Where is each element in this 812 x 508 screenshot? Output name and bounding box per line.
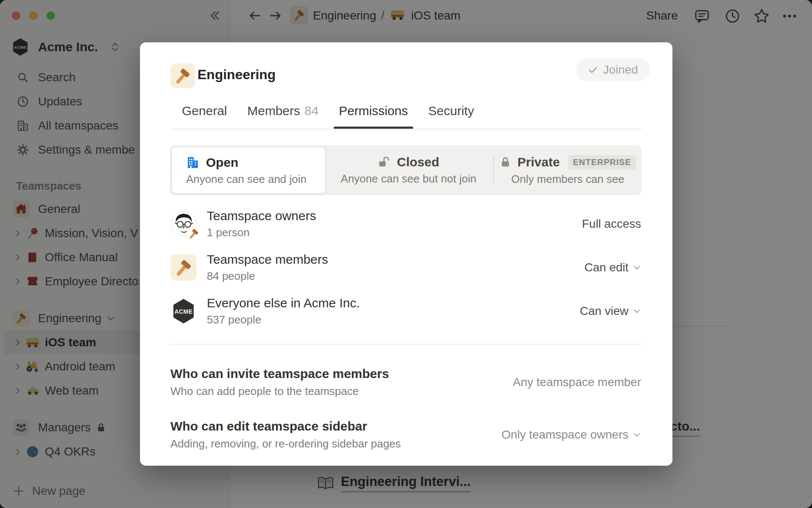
- access-option-private[interactable]: Private ENTERPRISE Only members can see: [494, 145, 642, 195]
- enterprise-badge: ENTERPRISE: [568, 155, 636, 170]
- row-subtitle: 84 people: [207, 270, 328, 283]
- owner-avatar: [170, 211, 197, 237]
- setting-title: Who can edit teamspace sidebar: [170, 419, 401, 433]
- chevron-down-icon: [633, 263, 641, 272]
- access-label: Full access: [582, 217, 641, 231]
- row-title: Teamspace owners: [207, 209, 316, 223]
- hammer-icon: [174, 67, 191, 84]
- access-label: Can view: [580, 304, 628, 318]
- lock-icon: [499, 156, 511, 168]
- row-everyone-else: ACME Everyone else in Acme Inc. 537 peop…: [170, 289, 641, 333]
- acme-avatar: ACME: [170, 298, 197, 324]
- setting-invite-members: Who can invite teamspace members Who can…: [170, 367, 641, 398]
- setting-subtitle: Who can add people to the teamspace: [170, 385, 389, 398]
- members-access-dropdown[interactable]: Can edit: [584, 261, 641, 274]
- tabs-divider: [170, 129, 642, 130]
- check-icon: [588, 65, 598, 75]
- tab-label: General: [182, 104, 227, 118]
- chevron-down-icon: [633, 307, 641, 315]
- edit-sidebar-dropdown[interactable]: Only teamspace owners: [502, 428, 641, 442]
- hammer-icon: [188, 228, 199, 239]
- teamspace-settings-list: Who can invite teamspace members Who can…: [170, 367, 641, 472]
- row-subtitle: 537 people: [207, 313, 360, 326]
- joined-label: Joined: [603, 63, 638, 77]
- setting-subtitle: Adding, removing, or re-ordering sidebar…: [170, 437, 401, 450]
- tab-label: Permissions: [339, 104, 408, 118]
- tab-members[interactable]: Members84: [247, 104, 318, 129]
- notion-window: ACME Acme Inc. Search Updates All teamsp…: [0, 0, 812, 508]
- section-divider: [170, 344, 642, 345]
- tab-security[interactable]: Security: [428, 104, 474, 129]
- access-closed-subtitle: Anyone can see but not join: [341, 172, 477, 185]
- row-title: Teamspace members: [207, 252, 328, 267]
- setting-value-label: Any teamspace member: [513, 375, 641, 389]
- hammer-icon: [175, 259, 192, 276]
- setting-title: Who can invite teamspace members: [170, 367, 389, 381]
- joined-button[interactable]: Joined: [576, 58, 650, 81]
- members-avatar: [170, 254, 197, 281]
- access-closed-title: Closed: [397, 155, 439, 169]
- building-blue-icon: [186, 156, 200, 169]
- access-open-subtitle: Anyone can see and join: [186, 173, 325, 186]
- access-private-subtitle: Only members can see: [511, 173, 624, 186]
- modal-title: Engineering: [198, 67, 276, 83]
- row-teamspace-owners: Teamspace owners 1 person Full access: [170, 202, 641, 246]
- teamspace-settings-modal: Engineering Joined General Members84 Per…: [140, 42, 672, 466]
- tab-label: Security: [428, 104, 474, 118]
- permission-rows: Teamspace owners 1 person Full access Te…: [170, 202, 641, 333]
- access-option-open[interactable]: Open Anyone can see and join: [172, 147, 325, 193]
- setting-value-label: Only teamspace owners: [502, 428, 628, 442]
- access-option-closed[interactable]: Closed Anyone can see but not join: [325, 145, 492, 195]
- chevron-down-icon: [633, 431, 641, 439]
- modal-tabs: General Members84 Permissions Security: [182, 104, 474, 129]
- tab-permissions[interactable]: Permissions: [339, 104, 408, 129]
- teamspace-icon-tile: [170, 64, 195, 88]
- unlock-icon: [378, 156, 390, 168]
- row-title: Everyone else in Acme Inc.: [207, 296, 360, 310]
- owners-access-value: Full access: [582, 217, 641, 231]
- access-open-title: Open: [206, 155, 239, 170]
- everyone-access-dropdown[interactable]: Can view: [580, 304, 641, 318]
- svg-text:ACME: ACME: [174, 308, 192, 315]
- acme-logo-icon: ACME: [171, 298, 196, 324]
- setting-edit-sidebar: Who can edit teamspace sidebar Adding, r…: [170, 419, 641, 450]
- members-count: 84: [304, 104, 318, 118]
- access-private-title: Private: [518, 155, 560, 169]
- row-subtitle: 1 person: [207, 226, 316, 239]
- invite-value[interactable]: Any teamspace member: [513, 375, 641, 389]
- tab-general[interactable]: General: [182, 104, 227, 129]
- access-label: Can edit: [584, 261, 628, 274]
- access-level-control: Open Anyone can see and join Closed Anyo…: [170, 145, 642, 195]
- tab-label: Members: [247, 104, 300, 118]
- row-teamspace-members: Teamspace members 84 people Can edit: [170, 246, 641, 289]
